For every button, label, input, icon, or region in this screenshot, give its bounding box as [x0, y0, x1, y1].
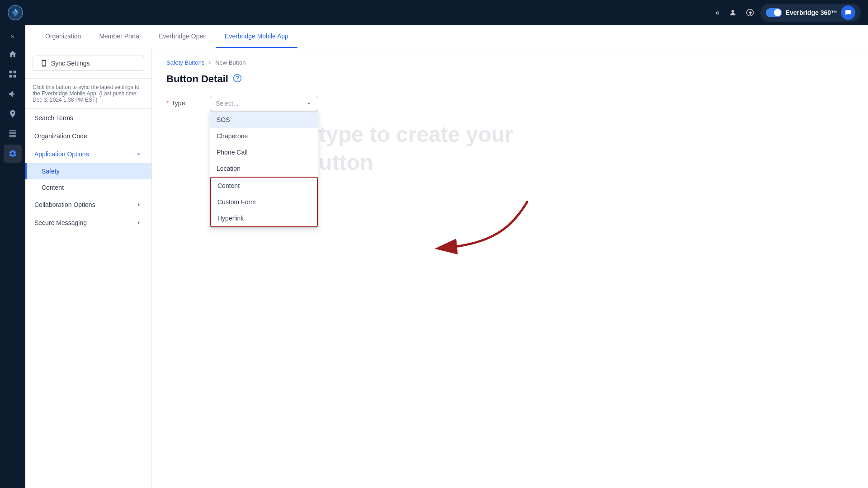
background-hint-text: t a type to create your y button — [288, 121, 513, 177]
nav-organization-code[interactable]: Organization Code — [25, 127, 151, 145]
sync-info-text: Click this button to sync the latest set… — [25, 79, 151, 109]
svg-text:?: ? — [749, 10, 751, 15]
dropdown-option-location[interactable]: Location — [210, 160, 318, 177]
chat-icon — [841, 5, 855, 20]
nav-secure-messaging[interactable]: Secure Messaging — [25, 214, 151, 232]
chevron-right-icon — [135, 201, 142, 208]
sync-btn-area: Sync Settings — [25, 48, 151, 79]
chevron-right-icon-2 — [135, 219, 142, 226]
sidebar-item-home[interactable] — [4, 45, 22, 63]
sidebar-item-location[interactable] — [4, 105, 22, 123]
dropdown-option-sos[interactable]: SOS — [210, 112, 318, 128]
type-label: * Type: — [166, 96, 203, 107]
tab-bar: Organization Member Portal Everbridge Op… — [25, 25, 868, 48]
dropdown-option-chaperone[interactable]: Chaperone — [210, 128, 318, 144]
tab-organization[interactable]: Organization — [36, 25, 90, 48]
dropdown-chevron-icon — [305, 100, 312, 107]
logo-icon — [7, 5, 24, 21]
type-select-button[interactable]: Select... — [210, 96, 318, 111]
dropdown-highlighted-group: Content Custom Form Hyperlink — [210, 177, 318, 227]
top-navbar: « ? Everbridge 360™ — [0, 0, 868, 25]
nav-content[interactable]: Content — [25, 179, 151, 196]
content-area: Organization Member Portal Everbridge Op… — [25, 25, 868, 488]
page-title-area: Button Detail — [166, 73, 854, 85]
dropdown-menu: SOS Chaperone Phone Call Location Conten… — [210, 111, 318, 228]
main-content: Safety Buttons > New Button Button Detai… — [152, 48, 868, 488]
chevron-down-icon — [135, 150, 142, 158]
help-button[interactable]: ? — [743, 6, 757, 19]
dropdown-option-hyperlink[interactable]: Hyperlink — [211, 210, 317, 226]
sidebar-item-grid[interactable] — [4, 65, 22, 83]
svg-point-1 — [731, 10, 734, 13]
arrow-annotation — [414, 188, 550, 279]
breadcrumb-parent[interactable]: Safety Buttons — [166, 59, 205, 66]
app-body: » Organization Member Portal Everbridge … — [0, 25, 868, 488]
type-field-row: * Type: Select... SOS Chaperone Phone Ca… — [166, 96, 854, 111]
dropdown-option-content[interactable]: Content — [211, 178, 317, 194]
sidebar-item-megaphone[interactable] — [4, 85, 22, 103]
app-name-label: Everbridge 360™ — [786, 9, 837, 16]
top-nav-left — [7, 5, 24, 21]
sync-settings-button[interactable]: Sync Settings — [33, 56, 144, 71]
dropdown-option-custom-form[interactable]: Custom Form — [211, 194, 317, 210]
breadcrumb: Safety Buttons > New Button — [166, 59, 854, 66]
tab-everbridge-open[interactable]: Everbridge Open — [150, 25, 216, 48]
page-body: Sync Settings Click this button to sync … — [25, 48, 868, 488]
nav-search-terms[interactable]: Search Terms — [25, 109, 151, 127]
dropdown-option-phone-call[interactable]: Phone Call — [210, 144, 318, 160]
user-button[interactable] — [726, 6, 740, 19]
toggle-switch[interactable] — [766, 8, 782, 17]
nav-application-options[interactable]: Application Options — [25, 145, 151, 163]
help-circle-icon[interactable] — [233, 74, 242, 85]
select-placeholder: Select... — [216, 100, 239, 107]
top-nav-right: « ? Everbridge 360™ — [713, 4, 861, 22]
tab-member-portal[interactable]: Member Portal — [90, 25, 150, 48]
page-title: Button Detail — [166, 73, 228, 85]
collapse-button[interactable]: « — [713, 6, 722, 19]
left-nav-panel: Sync Settings Click this button to sync … — [25, 48, 152, 488]
nav-safety[interactable]: Safety — [25, 163, 151, 179]
sync-btn-label: Sync Settings — [51, 60, 90, 67]
breadcrumb-separator: > — [208, 59, 212, 66]
tab-everbridge-mobile-app[interactable]: Everbridge Mobile App — [216, 25, 297, 48]
type-select-container: Select... SOS Chaperone Phone Call Locat… — [210, 96, 318, 111]
everbridge-badge: Everbridge 360™ — [760, 4, 861, 22]
sidebar-item-settings[interactable] — [4, 145, 22, 163]
icon-sidebar: » — [0, 25, 25, 488]
breadcrumb-current: New Button — [215, 59, 245, 66]
sidebar-item-table[interactable] — [4, 125, 22, 143]
nav-collaboration-options[interactable]: Collaboration Options — [25, 196, 151, 214]
sidebar-chevrons[interactable]: » — [11, 29, 14, 43]
